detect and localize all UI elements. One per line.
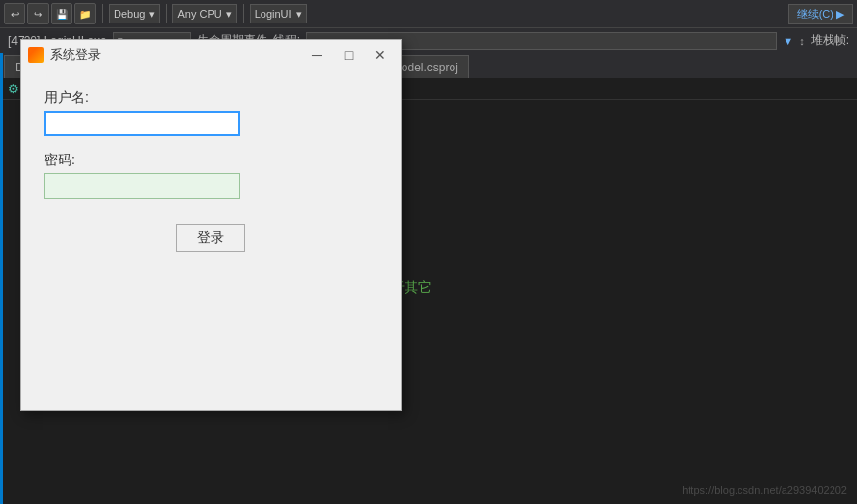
debug-dropdown[interactable]: Debug ▾ (109, 4, 160, 23)
password-input[interactable] (44, 173, 240, 199)
password-label: 密码: (44, 152, 377, 169)
stack-label: 堆栈帧: (811, 32, 849, 49)
dialog-title: 系统登录 (50, 46, 299, 64)
login-dialog: 系统登录 ─ □ ✕ 用户名: 密码: 登录 (20, 39, 402, 411)
username-label: 用户名: (44, 89, 377, 107)
dialog-app-icon (28, 47, 44, 63)
undo-btn[interactable]: ↩ (4, 3, 25, 24)
filter-icon: ▼ (783, 35, 793, 47)
redo-btn[interactable]: ↪ (27, 3, 49, 24)
app-arrow: ▾ (296, 8, 302, 21)
app-label: LoginUI (255, 8, 292, 20)
dialog-close-btn[interactable]: ✕ (367, 45, 393, 65)
dialog-titlebar: 系统登录 ─ □ ✕ (21, 40, 401, 69)
dialog-minimize-btn[interactable]: ─ (305, 45, 330, 65)
cpu-label: Any CPU (177, 8, 221, 20)
left-panel-accent (0, 53, 3, 504)
sort-icon: ↕ (799, 35, 805, 47)
toolbar-sep1 (102, 4, 103, 23)
toolbar-sep2 (166, 4, 167, 23)
open-btn[interactable]: 📁 (74, 3, 96, 24)
button-row: 登录 (44, 224, 377, 252)
toolbar: ↩ ↪ 💾 📁 Debug ▾ Any CPU ▾ LoginUI ▾ 继续(C… (0, 0, 857, 27)
toolbar-sep3 (243, 4, 244, 23)
continue-button[interactable]: 继续(C) ▶ (788, 4, 853, 24)
toolbar-icons: ↩ ↪ 💾 📁 (4, 3, 96, 24)
cpu-arrow: ▾ (226, 8, 232, 21)
username-input[interactable] (44, 111, 240, 136)
username-group: 用户名: (44, 89, 377, 136)
app-dropdown[interactable]: LoginUI ▾ (250, 4, 307, 23)
cpu-dropdown[interactable]: Any CPU ▾ (172, 4, 236, 23)
watermark: https://blog.csdn.net/a2939402202 (682, 484, 847, 496)
debug-label: Debug (114, 8, 145, 20)
dialog-restore-btn[interactable]: □ (336, 45, 361, 65)
dialog-body: 用户名: 密码: 登录 (21, 69, 401, 410)
debug-arrow: ▾ (149, 8, 155, 21)
password-group: 密码: (44, 152, 377, 199)
save-btn[interactable]: 💾 (51, 3, 72, 24)
login-button[interactable]: 登录 (176, 224, 245, 252)
